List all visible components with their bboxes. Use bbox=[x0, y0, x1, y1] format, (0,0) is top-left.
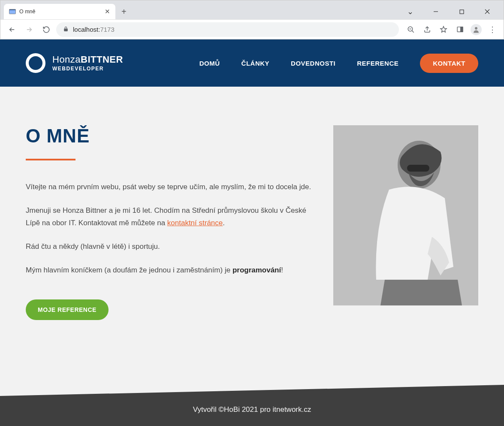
tab-strip: O mně ✕ + ⌄ bbox=[0, 0, 504, 19]
profile-icon[interactable] bbox=[469, 23, 483, 36]
footer-wrap: Vytvořil ©HoBi 2021 pro itnetwork.cz bbox=[0, 396, 504, 426]
intro-paragraph-4: Mým hlavním koníčkem (a doufám že jednou… bbox=[26, 264, 320, 277]
bookmark-icon[interactable] bbox=[437, 23, 450, 36]
favicon-icon bbox=[9, 8, 16, 15]
site-footer: Vytvořil ©HoBi 2021 pro itnetwork.cz bbox=[0, 396, 504, 426]
tab-close-icon[interactable]: ✕ bbox=[105, 8, 110, 15]
logo-subtitle: WEBDEVELOPER bbox=[52, 66, 123, 72]
svg-rect-16 bbox=[407, 165, 429, 172]
main-nav: DOMŮ ČLÁNKY DOVEDNOSTI REFERENCE KONTAKT bbox=[199, 54, 478, 73]
site-header: HonzaBITTNER WEBDEVELOPER DOMŮ ČLÁNKY DO… bbox=[0, 39, 504, 87]
profile-photo bbox=[333, 125, 478, 305]
intro-paragraph-3: Rád čtu a někdy (hlavně v létě) i sportu… bbox=[26, 241, 320, 253]
logo-circle-icon bbox=[26, 53, 45, 73]
svg-line-8 bbox=[412, 30, 414, 33]
nav-contact[interactable]: KONTAKT bbox=[420, 54, 478, 73]
nav-skills[interactable]: DOVEDNOSTI bbox=[291, 60, 335, 67]
maximize-icon[interactable] bbox=[452, 5, 471, 18]
references-button[interactable]: MOJE REFERENCE bbox=[26, 299, 109, 320]
logo[interactable]: HonzaBITTNER WEBDEVELOPER bbox=[26, 53, 123, 73]
zoom-icon[interactable] bbox=[404, 23, 418, 36]
footer-wedge bbox=[0, 385, 504, 396]
forward-icon[interactable] bbox=[22, 22, 36, 37]
svg-point-13 bbox=[475, 27, 477, 30]
url-bar[interactable]: localhost:7173 bbox=[56, 22, 399, 37]
menu-icon[interactable]: ⋮ bbox=[486, 23, 499, 36]
nav-home[interactable]: DOMŮ bbox=[199, 60, 220, 67]
logo-name: HonzaBITTNER bbox=[52, 54, 123, 65]
contact-link[interactable]: kontaktní stránce bbox=[167, 219, 223, 227]
intro-paragraph-2: Jmenuji se Honza Bittner a je mi 16 let.… bbox=[26, 205, 320, 230]
url-text: localhost:7173 bbox=[73, 26, 115, 33]
nav-references[interactable]: REFERENCE bbox=[357, 60, 398, 67]
reload-icon[interactable] bbox=[39, 22, 54, 37]
window-controls: ⌄ bbox=[401, 5, 500, 18]
browser-toolbar: localhost:7173 ⋮ bbox=[0, 19, 504, 39]
page: HonzaBITTNER WEBDEVELOPER DOMŮ ČLÁNKY DO… bbox=[0, 39, 504, 426]
main-content: O MNĚ Vítejte na mém prvním webu, psát w… bbox=[0, 87, 504, 396]
svg-rect-1 bbox=[9, 9, 15, 10]
footer-text: Vytvořil ©HoBi 2021 pro itnetwork.cz bbox=[193, 405, 311, 414]
lock-icon bbox=[63, 26, 69, 33]
close-window-icon[interactable] bbox=[478, 5, 497, 18]
toolbar-icons: ⋮ bbox=[401, 23, 499, 36]
page-heading: O MNĚ bbox=[26, 125, 320, 147]
svg-marker-17 bbox=[0, 385, 504, 396]
browser-tab[interactable]: O mně ✕ bbox=[4, 4, 115, 19]
minimize-icon[interactable] bbox=[426, 5, 445, 18]
panel-icon[interactable] bbox=[453, 23, 467, 36]
browser-chrome: O mně ✕ + ⌄ bbox=[0, 0, 504, 39]
tab-title: O mně bbox=[19, 9, 101, 15]
svg-rect-4 bbox=[460, 10, 464, 14]
new-tab-icon[interactable]: + bbox=[119, 7, 129, 17]
back-icon[interactable] bbox=[5, 22, 19, 37]
nav-articles[interactable]: ČLÁNKY bbox=[241, 60, 270, 67]
svg-rect-12 bbox=[460, 27, 462, 32]
heading-underline bbox=[26, 159, 75, 160]
share-icon[interactable] bbox=[420, 23, 434, 36]
intro-paragraph-1: Vítejte na mém prvním webu, psát weby se… bbox=[26, 181, 320, 193]
tabs-dropdown-icon[interactable]: ⌄ bbox=[401, 5, 419, 18]
